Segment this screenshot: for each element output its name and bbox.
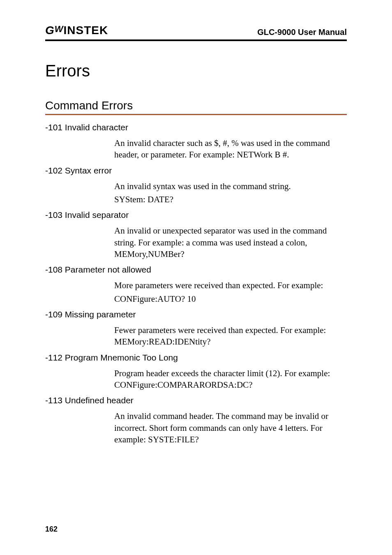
error-block: -112 Program Mnemonic Too LongProgram he… bbox=[45, 353, 347, 391]
error-body-paragraph: SYStem: DATE? bbox=[114, 194, 347, 205]
error-body-paragraph: An invalid command header. The command m… bbox=[114, 410, 347, 445]
header-divider bbox=[45, 39, 347, 41]
error-block: -102 Syntax errorAn invalid syntax was u… bbox=[45, 166, 347, 206]
error-body: Program header exceeds the character lim… bbox=[114, 368, 347, 391]
brand-logo: GW INSTEK bbox=[45, 24, 108, 37]
error-heading: -103 Invalid separator bbox=[45, 210, 347, 220]
logo-gw: GW bbox=[45, 24, 64, 37]
page-header: GW INSTEK GLC-9000 User Manual bbox=[45, 24, 347, 39]
error-block: -103 Invalid separatorAn invalid or unex… bbox=[45, 210, 347, 260]
error-body-paragraph: CONFigure:AUTO? 10 bbox=[114, 293, 347, 305]
error-body-paragraph: An invalid syntax was used in the comman… bbox=[114, 180, 347, 192]
error-block: -108 Parameter not allowedMore parameter… bbox=[45, 265, 347, 305]
error-body-paragraph: An invalid or unexpected separator was u… bbox=[114, 225, 347, 260]
error-body-paragraph: Program header exceeds the character lim… bbox=[114, 368, 347, 391]
error-body: An invalid character such as $, #, % was… bbox=[114, 137, 347, 161]
error-body: An invalid command header. The command m… bbox=[114, 410, 347, 445]
manual-title: GLC-9000 User Manual bbox=[257, 28, 347, 37]
error-block: -101 Invalid characterAn invalid charact… bbox=[45, 123, 347, 161]
error-block: -109 Missing parameterFewer parameters w… bbox=[45, 310, 347, 348]
error-body: Fewer parameters were received than expe… bbox=[114, 324, 347, 348]
error-heading: -112 Program Mnemonic Too Long bbox=[45, 353, 347, 363]
error-body-paragraph: Fewer parameters were received than expe… bbox=[114, 324, 347, 348]
error-heading: -113 Undefined header bbox=[45, 395, 347, 405]
error-body-paragraph: More parameters were received than expec… bbox=[114, 280, 347, 291]
error-block: -113 Undefined headerAn invalid command … bbox=[45, 395, 347, 445]
page-title: Errors bbox=[45, 62, 347, 80]
logo-instek: INSTEK bbox=[64, 24, 108, 37]
error-body-paragraph: An invalid character such as $, #, % was… bbox=[114, 137, 347, 161]
error-body: An invalid or unexpected separator was u… bbox=[114, 225, 347, 260]
error-heading: -108 Parameter not allowed bbox=[45, 265, 347, 275]
error-heading: -102 Syntax error bbox=[45, 166, 347, 176]
page-number: 162 bbox=[45, 525, 58, 534]
error-heading: -101 Invalid character bbox=[45, 123, 347, 132]
error-heading: -109 Missing parameter bbox=[45, 310, 347, 319]
section-title: Command Errors bbox=[45, 99, 347, 112]
errors-list: -101 Invalid characterAn invalid charact… bbox=[45, 123, 347, 446]
error-body: More parameters were received than expec… bbox=[114, 280, 347, 305]
section-divider bbox=[45, 114, 347, 115]
error-body: An invalid syntax was used in the comman… bbox=[114, 180, 347, 206]
